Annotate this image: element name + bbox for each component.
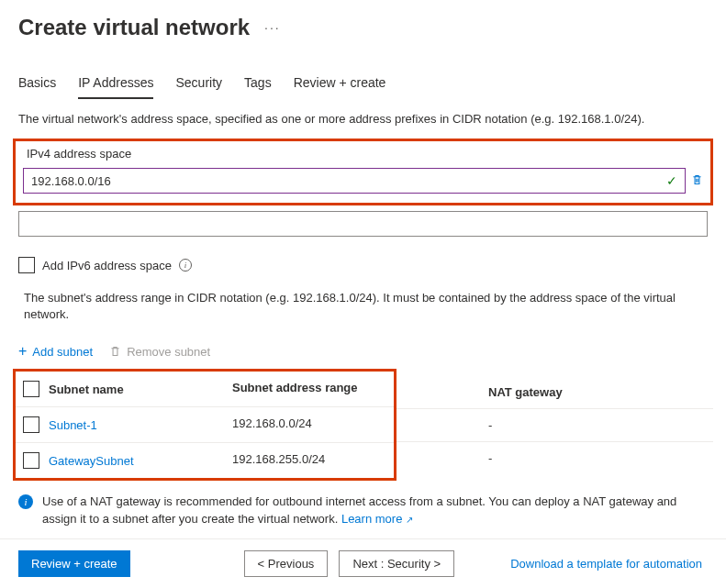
tab-review-create[interactable]: Review + create (294, 68, 386, 99)
subnet-range-value: 192.168.255.0/24 (229, 443, 375, 478)
tab-ip-addresses[interactable]: IP Addresses (78, 68, 153, 99)
add-subnet-label: Add subnet (32, 345, 93, 359)
ipv6-label: Add IPv6 address space (42, 259, 172, 272)
row-checkbox[interactable] (23, 452, 39, 469)
nat-value: - (397, 409, 580, 441)
subnet-name-link[interactable]: Subnet-1 (49, 418, 97, 432)
ipv4-address-value: 192.168.0.0/16 (31, 174, 111, 188)
subnet-table-highlight: Subnet name Subnet address range Subnet-… (13, 369, 397, 481)
delete-address-icon[interactable] (691, 173, 703, 189)
learn-more-link[interactable]: Learn more ↗ (341, 512, 413, 526)
address-space-description: The virtual network's address space, spe… (0, 99, 726, 133)
tab-bar: Basics IP Addresses Security Tags Review… (0, 68, 726, 99)
ipv6-checkbox[interactable] (18, 257, 35, 273)
add-subnet-button[interactable]: + Add subnet (18, 343, 93, 360)
add-address-input[interactable] (18, 211, 708, 237)
next-button[interactable]: Next : Security > (339, 550, 454, 577)
subnet-table: Subnet name Subnet address range Subnet-… (13, 369, 713, 481)
nat-info-banner: i Use of a NAT gateway is recommended fo… (0, 481, 726, 536)
column-nat-gateway: NAT gateway (397, 376, 580, 408)
row-checkbox[interactable] (23, 416, 39, 433)
external-link-icon: ↗ (406, 515, 413, 525)
ipv4-address-space-highlight: IPv4 address space 192.168.0.0/16 ✓ (13, 139, 713, 205)
subnet-description: The subnet's address range in CIDR notat… (0, 283, 726, 338)
info-circle-icon: i (18, 494, 33, 509)
page-title: Create virtual network (18, 15, 250, 40)
ipv4-address-input[interactable]: 192.168.0.0/16 ✓ (23, 168, 686, 194)
info-icon[interactable]: i (179, 259, 192, 272)
check-icon: ✓ (666, 173, 677, 188)
plus-icon: + (18, 343, 27, 360)
remove-subnet-button: Remove subnet (109, 345, 210, 359)
tab-tags[interactable]: Tags (244, 68, 272, 99)
previous-button[interactable]: < Previous (244, 550, 329, 577)
review-create-button[interactable]: Review + create (18, 550, 130, 577)
remove-subnet-label: Remove subnet (127, 345, 210, 359)
subnet-range-value: 192.168.0.0/24 (229, 407, 375, 442)
more-actions-icon[interactable]: ··· (264, 20, 281, 35)
column-subnet-name: Subnet name (49, 383, 124, 396)
learn-more-label: Learn more (341, 512, 402, 526)
download-template-link[interactable]: Download a template for automation (510, 557, 702, 571)
trash-icon (109, 345, 121, 358)
tab-security[interactable]: Security (175, 68, 222, 99)
column-address-range: Subnet address range (229, 372, 375, 406)
nat-value: - (397, 442, 580, 474)
ipv4-label: IPv4 address space (23, 147, 703, 161)
tab-basics[interactable]: Basics (18, 68, 56, 99)
footer-bar: Review + create < Previous Next : Securi… (0, 538, 726, 588)
subnet-name-link[interactable]: GatewaySubnet (49, 454, 134, 468)
select-all-checkbox[interactable] (23, 381, 39, 397)
